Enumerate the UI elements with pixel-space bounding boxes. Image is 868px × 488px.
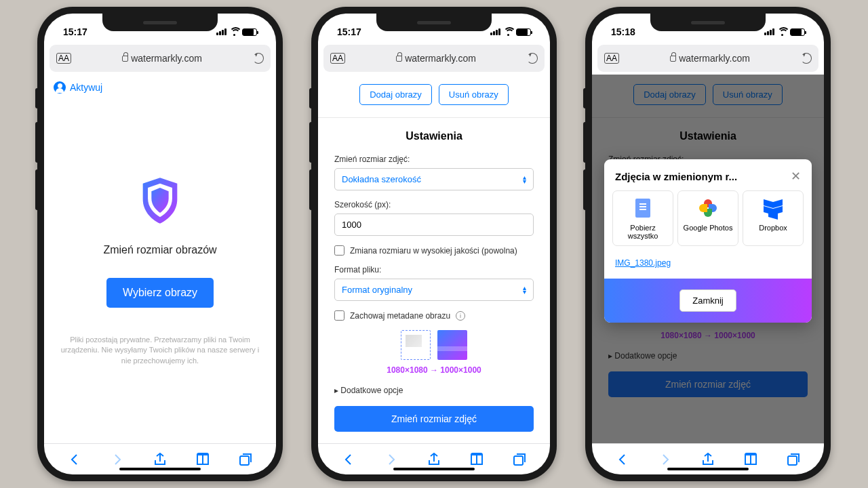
download-all-option[interactable]: Pobierz wszystko (612, 190, 673, 246)
format-label: Format pliku: (334, 265, 534, 274)
google-photos-option[interactable]: Google Photos (677, 190, 738, 246)
status-time: 15:17 (63, 26, 87, 37)
phone-1: 15:17 AA watermarkly.com Aktywuj (37, 7, 283, 481)
back-icon[interactable] (614, 451, 631, 468)
home-indicator[interactable] (667, 468, 749, 470)
choose-images-button[interactable]: Wybierz obrazy (106, 278, 214, 308)
dimensions-text: 1080×1080 → 1000×1000 (334, 365, 534, 375)
url-text: watermarkly.com (679, 53, 750, 64)
file-link[interactable]: IMG_1380.jpeg (615, 258, 671, 268)
resize-mode-select[interactable]: Dokładna szerokość ▴▾ (334, 168, 534, 190)
phone-3: 15:18 AA watermarkly.com Dodaj obrazy Us… (585, 7, 831, 481)
close-icon[interactable]: ✕ (791, 169, 801, 184)
reader-icon[interactable]: AA (604, 53, 619, 64)
more-options-toggle[interactable]: ▸ Dodatkowe opcje (334, 386, 534, 395)
width-label: Szerokość (px): (334, 200, 534, 209)
forward-icon[interactable] (383, 451, 399, 468)
document-icon (635, 199, 650, 218)
tabs-icon[interactable] (785, 451, 802, 468)
size-preview (334, 330, 534, 360)
lock-icon (122, 56, 128, 62)
reload-icon[interactable] (253, 53, 264, 64)
bookmarks-icon[interactable] (743, 451, 759, 468)
metadata-label: Zachowaj metadane obrazu (350, 311, 450, 321)
phone-2: 15:17 AA watermarkly.com Dodaj obrazy Us… (311, 7, 557, 481)
share-icon[interactable] (426, 451, 442, 468)
hq-checkbox[interactable] (334, 245, 344, 256)
remove-images-button[interactable]: Usuń obrazy (439, 84, 509, 105)
reload-icon[interactable] (527, 53, 538, 64)
shield-icon (137, 175, 183, 226)
home-indicator[interactable] (393, 468, 475, 470)
battery-icon (516, 28, 531, 36)
format-select[interactable]: Format oryginalny ▴▾ (334, 279, 534, 301)
reader-icon[interactable]: AA (56, 53, 71, 64)
tabs-icon[interactable] (511, 451, 528, 468)
tabs-icon[interactable] (237, 451, 254, 468)
preview-original-icon (401, 330, 431, 360)
cellular-icon (216, 28, 226, 35)
back-icon[interactable] (66, 451, 83, 468)
reload-icon[interactable] (801, 53, 812, 64)
google-photos-icon (699, 199, 717, 217)
share-icon[interactable] (152, 451, 168, 468)
modal-title: Zdjęcia w zmienionym r... (615, 171, 737, 182)
status-time: 15:18 (611, 26, 635, 37)
wifi-icon (229, 28, 239, 36)
modal-close-button[interactable]: Zamknij (679, 289, 736, 312)
share-icon[interactable] (700, 451, 716, 468)
download-modal: Zdjęcia w zmienionym r... ✕ Pobierz wszy… (604, 159, 812, 323)
dropbox-option[interactable]: Dropbox (743, 190, 804, 246)
wifi-icon (777, 28, 787, 36)
download-all-label: Pobierz wszystko (616, 224, 670, 240)
forward-icon[interactable] (109, 451, 125, 468)
status-time: 15:17 (337, 26, 361, 37)
cellular-icon (490, 28, 500, 35)
activate-label: Aktywuj (70, 82, 102, 93)
address-bar[interactable]: AA watermarkly.com (597, 45, 818, 72)
bookmarks-icon[interactable] (469, 451, 485, 468)
resize-label: Zmień rozmiar zdjęć: (334, 155, 534, 164)
bookmarks-icon[interactable] (195, 451, 211, 468)
battery-icon (242, 28, 257, 36)
resize-mode-value: Dokładna szerokość (342, 174, 421, 184)
hq-label: Zmiana rozmiaru w wysokiej jakości (powo… (350, 246, 517, 256)
settings-title: Ustawienia (334, 130, 534, 142)
chevron-updown-icon: ▴▾ (523, 176, 526, 184)
resize-submit-button[interactable]: Zmień rozmiar zdjęć (334, 406, 534, 432)
lock-icon (670, 56, 676, 62)
url-text: watermarkly.com (131, 53, 202, 64)
cellular-icon (764, 28, 774, 35)
address-bar[interactable]: AA watermarkly.com (50, 45, 271, 72)
privacy-note: Pliki pozostają prywatne. Przetwarzamy p… (44, 335, 276, 366)
forward-icon[interactable] (657, 451, 673, 468)
metadata-checkbox-row[interactable]: Zachowaj metadane obrazu i (334, 310, 534, 321)
svg-rect-2 (788, 456, 797, 465)
reader-icon[interactable]: AA (330, 53, 345, 64)
google-photos-label: Google Photos (684, 224, 733, 232)
add-images-button[interactable]: Dodaj obrazy (359, 84, 432, 105)
dropbox-label: Dropbox (759, 224, 787, 232)
dropbox-icon (763, 199, 783, 217)
svg-rect-1 (514, 456, 523, 465)
svg-rect-0 (240, 456, 249, 465)
metadata-checkbox[interactable] (334, 310, 344, 321)
url-text: watermarkly.com (405, 53, 476, 64)
preview-resized-icon (437, 330, 467, 360)
back-icon[interactable] (340, 451, 357, 468)
address-bar[interactable]: AA watermarkly.com (323, 45, 545, 72)
activate-link[interactable]: Aktywuj (44, 75, 276, 100)
home-indicator[interactable] (119, 468, 201, 470)
user-icon (54, 81, 66, 94)
chevron-updown-icon: ▴▾ (523, 286, 526, 294)
info-icon[interactable]: i (456, 311, 465, 321)
battery-icon (790, 28, 805, 36)
page-heading: Zmień rozmiar obrazów (103, 244, 216, 256)
width-input[interactable] (334, 214, 534, 236)
lock-icon (396, 56, 402, 62)
format-value: Format oryginalny (342, 285, 412, 295)
wifi-icon (503, 28, 513, 36)
hq-checkbox-row[interactable]: Zmiana rozmiaru w wysokiej jakości (powo… (334, 245, 534, 256)
